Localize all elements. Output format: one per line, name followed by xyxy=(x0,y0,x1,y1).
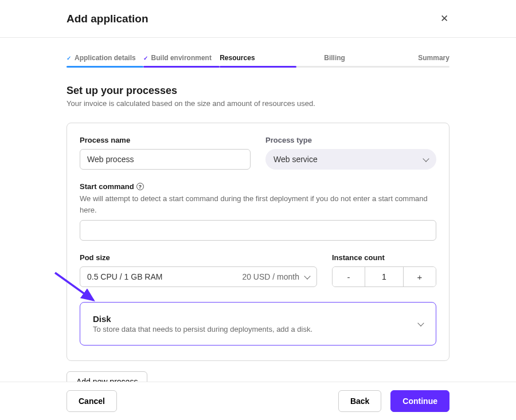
start-command-help: We will attempt to detect a start comman… xyxy=(80,193,436,215)
start-command-label: Start command ? xyxy=(80,182,436,191)
dialog-footer: Cancel Back Continue xyxy=(0,382,516,420)
close-button[interactable]: ✕ xyxy=(436,10,453,27)
process-type-label: Process type xyxy=(265,136,436,144)
step-billing[interactable]: Billing xyxy=(296,54,373,68)
section-subtitle: Your invoice is calculated based on the … xyxy=(67,99,449,108)
disk-subtitle: To store data that needs to persist duri… xyxy=(93,325,312,333)
process-card: Process name Process type Web service St… xyxy=(67,123,449,361)
step-build-environment[interactable]: ✓ Build environment xyxy=(143,54,220,68)
disk-panel[interactable]: Disk To store data that needs to persist… xyxy=(80,302,436,346)
chevron-down-icon xyxy=(423,155,429,162)
section-title: Set up your processes xyxy=(67,85,449,97)
pod-size-select[interactable]: 0.5 CPU / 1 GB RAM 20 USD / month xyxy=(80,266,317,287)
process-type-value: Web service xyxy=(273,155,318,164)
dialog-title: Add application xyxy=(67,13,148,25)
help-icon[interactable]: ? xyxy=(136,183,144,190)
step-label: Summary xyxy=(418,54,449,62)
chevron-down-icon xyxy=(304,273,310,279)
step-label: Application details xyxy=(75,54,136,62)
back-button[interactable]: Back xyxy=(338,390,381,412)
step-label: Resources xyxy=(220,54,255,62)
process-type-select[interactable]: Web service xyxy=(265,149,436,170)
start-command-input[interactable] xyxy=(80,220,436,241)
instance-decrement-button[interactable]: - xyxy=(333,267,365,286)
step-label: Billing xyxy=(324,54,345,62)
pod-size-label: Pod size xyxy=(80,253,317,262)
instance-count-label: Instance count xyxy=(332,253,436,262)
step-summary[interactable]: Summary xyxy=(373,54,449,68)
instance-count-value: 1 xyxy=(365,267,404,286)
check-icon: ✓ xyxy=(143,55,148,61)
instance-count-stepper: - 1 + xyxy=(332,266,436,287)
continue-button[interactable]: Continue xyxy=(390,390,449,412)
check-icon: ✓ xyxy=(67,55,71,61)
step-label: Build environment xyxy=(151,54,212,62)
close-icon: ✕ xyxy=(440,13,448,24)
dialog-header: Add application ✕ xyxy=(0,0,516,38)
disk-title: Disk xyxy=(93,314,312,324)
cancel-button[interactable]: Cancel xyxy=(67,390,117,412)
instance-increment-button[interactable]: + xyxy=(404,267,436,286)
chevron-down-icon xyxy=(417,320,424,326)
step-indicator: ✓ Application details ✓ Build environmen… xyxy=(67,54,449,68)
step-resources[interactable]: Resources xyxy=(220,54,296,68)
process-name-input[interactable] xyxy=(80,149,251,170)
pod-size-value: 0.5 CPU / 1 GB RAM xyxy=(87,272,162,281)
pod-size-price: 20 USD / month xyxy=(242,272,299,281)
process-name-label: Process name xyxy=(80,136,251,144)
step-application-details[interactable]: ✓ Application details xyxy=(67,54,143,68)
